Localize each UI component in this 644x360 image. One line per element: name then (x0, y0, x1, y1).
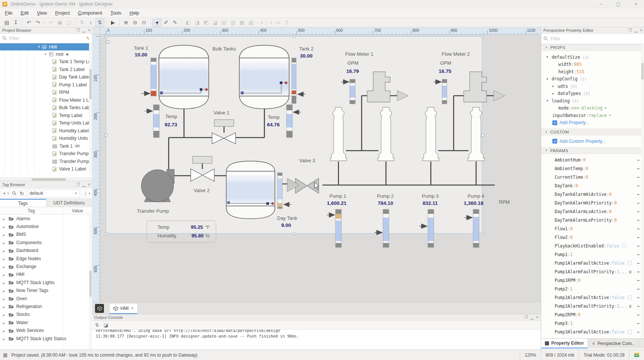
stroke-style-dropdown[interactable] (264, 19, 273, 27)
tag-search-icon[interactable] (12, 191, 17, 196)
param-value[interactable]: 0 (570, 226, 573, 231)
expand-caret-icon[interactable] (3, 232, 5, 237)
expand-caret-icon[interactable] (3, 240, 5, 245)
day-tank-label[interactable]: Day Tank (277, 215, 297, 221)
param-checkbox[interactable] (627, 330, 632, 334)
chevron-down-icon[interactable]: ▼ (609, 114, 611, 117)
distribute-h-icon[interactable] (273, 19, 282, 27)
flow-meter1-unit[interactable]: GPM (347, 60, 359, 66)
prop-defaultsize[interactable]: ▼ defaultSize (2) (541, 53, 644, 61)
tank2-label[interactable]: Tank 2 (299, 46, 313, 52)
prop-inputbehavior[interactable]: inputBehavior replace ▼ (541, 112, 644, 119)
selection-handle[interactable] (105, 233, 107, 235)
param-value[interactable]: 0 (609, 192, 611, 197)
cut-icon[interactable] (46, 19, 55, 27)
project-tree-item[interactable]: Temp Label (0, 112, 92, 120)
undo-icon[interactable] (24, 19, 33, 27)
menu-item[interactable]: View (33, 9, 51, 17)
menu-item[interactable]: Project (51, 9, 74, 17)
redo-icon[interactable] (33, 19, 42, 27)
close-panel-icon[interactable] (88, 28, 91, 33)
temp2-label[interactable]: Temp (268, 114, 280, 120)
expand-caret-icon[interactable] (3, 328, 5, 333)
tag-folder-row[interactable]: MQTT Stack Light Status (0, 335, 92, 342)
snap-mode-icon[interactable] (86, 19, 95, 27)
tag-folder-row[interactable]: Edge Nodes (0, 255, 92, 262)
transfer-pump-label[interactable]: Transfer Pump (137, 208, 169, 214)
param-value[interactable]: 0 (609, 209, 611, 214)
align-center-icon[interactable] (229, 19, 237, 27)
flow-meter2-unit[interactable]: GPM (440, 60, 451, 66)
project-tree-item[interactable]: Valve 1 Label (0, 165, 92, 173)
pump3-label[interactable]: Pump 3 (422, 193, 439, 199)
shape-union-icon[interactable] (184, 19, 193, 27)
close-panel-icon[interactable] (640, 28, 643, 33)
value-column-header[interactable]: Value (63, 207, 92, 214)
hmi-canvas-graphics[interactable] (100, 35, 541, 302)
tank1-label[interactable]: Tank 1 (134, 45, 148, 51)
valve2-label[interactable]: Valve 2 (194, 188, 209, 193)
param-value[interactable]: 0 (586, 166, 588, 171)
pump1-value[interactable]: 1,600.21 (327, 200, 347, 206)
zoom-reset-icon[interactable] (139, 19, 148, 27)
param-value[interactable]: 0 (575, 183, 578, 188)
prop-dropconfig[interactable]: ▼ dropConfig (2) (541, 76, 644, 83)
prop-height[interactable]: height 515 (541, 68, 644, 76)
menu-item[interactable]: Tools (106, 9, 125, 17)
polyline-tool-icon[interactable] (162, 19, 171, 27)
selection-handle[interactable] (293, 233, 295, 235)
param-value[interactable]: false (611, 295, 625, 300)
tag-column-header[interactable]: Tag (0, 207, 63, 214)
param-row[interactable]: DayTankAlarmHiActive 0 (541, 190, 644, 199)
property-filter-input[interactable] (550, 36, 642, 42)
param-value[interactable]: 1... (617, 269, 627, 274)
valve3-label[interactable]: Valve 3 (299, 158, 315, 163)
maximize-icon[interactable]: ▢ (616, 1, 620, 7)
param-row[interactable]: Pump1AlarmFaultActive false (541, 259, 644, 268)
float-panel-icon[interactable] (628, 28, 632, 33)
project-tree-item[interactable]: Tank 1 Temp Label (0, 58, 92, 66)
flow-meter1-label[interactable]: Flow Meter 1 (345, 51, 373, 57)
tag-tree-vscrollbar[interactable] (89, 215, 92, 355)
chevron-down-icon[interactable]: ▼ (605, 107, 607, 110)
flow-meter2-label[interactable]: Flow Meter 2 (442, 51, 470, 57)
add-property-button[interactable]: Add Property... (541, 119, 644, 127)
collapse-caret-icon[interactable]: ▼ (44, 53, 47, 56)
preview-play-icon[interactable] (108, 19, 117, 27)
project-filter-input[interactable] (9, 36, 86, 41)
tag-folder-row[interactable]: Oven (0, 295, 92, 302)
menu-item[interactable]: File (1, 9, 16, 17)
param-value[interactable]: 0 (614, 200, 617, 206)
section-params[interactable]: ▼ PARAMS (541, 147, 644, 154)
prop-mode[interactable]: mode non-blocking ▼ (541, 105, 644, 112)
collapse-caret-icon[interactable]: ▼ (546, 99, 549, 102)
no-snap-icon[interactable] (77, 19, 86, 27)
flow-meter1-value[interactable]: 16.79 (346, 68, 359, 74)
zoom-out-icon[interactable] (131, 19, 139, 27)
param-row[interactable]: Pump1RPM 0 (541, 276, 644, 285)
param-value[interactable]: 0 (614, 218, 617, 223)
flow-meter2-symbol[interactable] (464, 72, 505, 102)
param-value[interactable]: 1 (570, 286, 573, 292)
menu-item[interactable]: Edit (16, 9, 33, 17)
tag-folder-row[interactable]: Web Services (0, 326, 92, 334)
views-menu-button[interactable] (95, 304, 104, 313)
prop-width[interactable]: width 985 (541, 61, 644, 68)
align-left-icon[interactable] (220, 19, 229, 27)
expand-caret-icon[interactable]: ▶ (552, 84, 555, 88)
refresh-icon[interactable]: ↻ (20, 191, 24, 196)
tank2-value[interactable]: 30.00 (300, 53, 313, 59)
param-row[interactable]: Pump2 1 (541, 285, 644, 293)
prop-height-value[interactable]: 515 (576, 69, 584, 74)
project-tree-item[interactable]: Flow Meter 1 Label (0, 96, 92, 104)
tag-folder-row[interactable]: Stocks (0, 311, 92, 319)
param-row[interactable]: Flow2 0 (541, 233, 644, 242)
param-row[interactable]: DayTankAlarmLoActive 0 (541, 207, 644, 216)
menu-item[interactable]: Component (74, 9, 107, 17)
param-row[interactable]: CurrentTime 0 (541, 173, 644, 182)
selection-handle[interactable] (105, 35, 107, 38)
param-value[interactable]: 0 (583, 157, 586, 163)
day-tank-value[interactable]: 9.00 (281, 222, 291, 228)
collapse-caret-icon[interactable]: ▼ (37, 45, 40, 49)
param-row[interactable]: Flow1 0 (541, 225, 644, 233)
